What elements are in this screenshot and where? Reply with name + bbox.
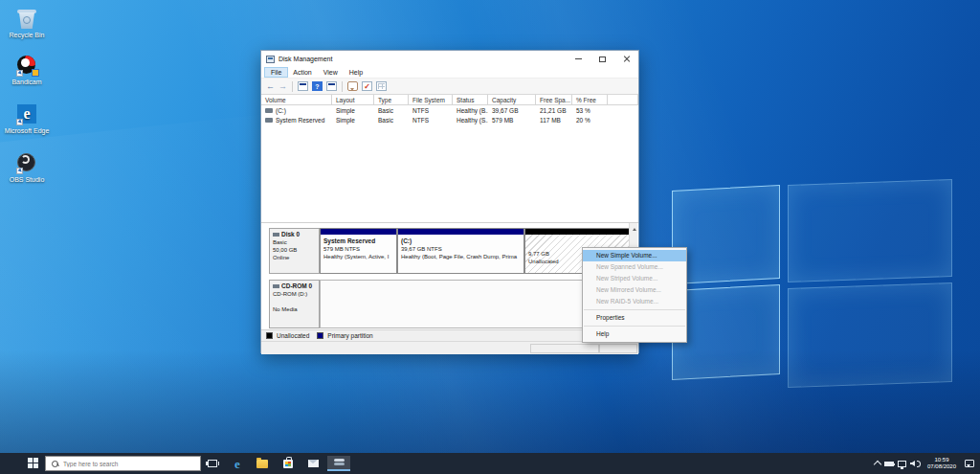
menu-item-properties[interactable]: Properties	[583, 312, 686, 324]
desktop-icon-microsoft-edge[interactable]: e Microsoft Edge	[2, 102, 52, 135]
menu-separator	[584, 326, 685, 327]
network-icon[interactable]	[898, 461, 906, 467]
start-button[interactable]	[28, 458, 39, 469]
volume-pct-free: 20 %	[572, 115, 608, 124]
task-view-button[interactable]	[205, 456, 220, 471]
scroll-up-icon[interactable]	[631, 223, 637, 232]
show-console-tree-icon[interactable]	[326, 81, 337, 91]
volume-capacity: 39,67 GB	[488, 105, 536, 115]
desktop-icon-bandicam[interactable]: Bandicam	[2, 54, 52, 86]
volume-status: Healthy (B...	[453, 105, 488, 115]
column-header-free-space[interactable]: Free Spa...	[536, 95, 572, 104]
system-tray: 10:59 07/08/2020	[875, 453, 980, 474]
tray-expand-icon[interactable]	[874, 461, 881, 468]
volume-row-system-reserved[interactable]: System Reserved Simple Basic NTFS Health…	[261, 115, 638, 124]
volume-icon	[265, 108, 273, 113]
recycle-bin-icon	[16, 7, 37, 30]
folder-icon	[256, 460, 268, 468]
bandicam-icon	[16, 54, 37, 77]
volume-free: 117 MB	[536, 115, 572, 124]
speaker-icon[interactable]	[910, 461, 915, 466]
action-center-icon[interactable]	[965, 460, 974, 467]
menu-item-new-mirrored-volume[interactable]: New Mirrored Volume...	[583, 284, 686, 296]
volume-status: Healthy (S...	[453, 115, 488, 124]
disk0-kind: Basic	[273, 239, 287, 245]
menu-bar: File Action View Help	[261, 67, 638, 79]
volume-name: (C:)	[276, 107, 286, 114]
partition-system-reserved[interactable]: System Reserved 579 MB NTFS Healthy (Sys…	[320, 228, 397, 274]
taskbar-mail-button[interactable]	[305, 456, 321, 471]
desktop-icon-label: Recycle Bin	[2, 32, 52, 39]
column-header-capacity[interactable]: Capacity	[488, 95, 536, 104]
battery-icon[interactable]	[884, 462, 894, 466]
disk0-status: Online	[273, 255, 289, 260]
shortcut-arrow-icon	[16, 119, 23, 125]
unallocated-bar	[525, 229, 629, 235]
volume-layout: Simple	[332, 115, 374, 124]
column-header-pct-free[interactable]: % Free	[572, 95, 608, 104]
help-icon[interactable]: ?	[312, 81, 323, 91]
title-bar[interactable]: Disk Management	[261, 51, 638, 67]
menu-view[interactable]: View	[318, 68, 344, 77]
partition-health: Healthy (Boot, Page File, Crash Dump, Pr…	[401, 254, 517, 260]
back-icon[interactable]: ←	[266, 82, 275, 91]
desktop-icon-label: Bandicam	[2, 79, 52, 86]
desktop-icon-label: OBS Studio	[2, 176, 52, 184]
volume-list-pane: Volume Layout Type File System Status Ca…	[261, 95, 638, 222]
primary-partition-bar	[398, 229, 523, 235]
legend-unallocated-swatch	[266, 332, 273, 339]
volume-row-c[interactable]: (C:) Simple Basic NTFS Healthy (B... 39,…	[261, 105, 638, 115]
disk-management-icon	[334, 459, 345, 466]
legend-primary-swatch	[317, 332, 323, 339]
menu-item-new-spanned-volume[interactable]: New Spanned Volume...	[583, 261, 686, 273]
forward-icon[interactable]: →	[278, 82, 287, 91]
taskbar-file-explorer-button[interactable]	[255, 456, 270, 471]
unallocated-size: 9,77 GB	[528, 251, 549, 257]
cdrom-label-box[interactable]: CD-ROM 0 CD-ROM (D:) No Media	[269, 280, 320, 328]
status-cell	[530, 344, 599, 353]
column-header-file-system[interactable]: File System	[409, 95, 453, 104]
partition-c[interactable]: (C:) 39,67 GB NTFS Healthy (Boot, Page F…	[397, 228, 524, 274]
close-button[interactable]	[614, 51, 638, 67]
column-header-type[interactable]: Type	[374, 95, 409, 104]
column-header-status[interactable]: Status	[453, 95, 488, 104]
menu-item-new-raid5-volume[interactable]: New RAID-5 Volume...	[583, 296, 686, 307]
menu-file[interactable]: File	[265, 68, 287, 77]
action-menu-icon[interactable]	[347, 81, 358, 91]
shortcut-arrow-icon	[16, 168, 23, 174]
menu-item-help[interactable]: Help	[583, 328, 686, 340]
column-header-layout[interactable]: Layout	[332, 95, 374, 104]
desktop-icon-recycle-bin[interactable]: Recycle Bin	[2, 7, 52, 39]
search-input[interactable]	[63, 461, 178, 467]
console-window-icon[interactable]	[298, 81, 308, 91]
menu-action[interactable]: Action	[287, 68, 317, 77]
menu-help[interactable]: Help	[344, 68, 368, 77]
unallocated-label: Unallocated	[528, 259, 559, 264]
status-cell	[599, 344, 637, 353]
taskbar-clock[interactable]: 10:59 07/08/2020	[927, 457, 956, 470]
minimize-button[interactable]	[567, 51, 590, 67]
properties-grid-icon[interactable]	[376, 81, 387, 91]
menu-item-new-striped-volume[interactable]: New Striped Volume...	[583, 273, 686, 284]
taskbar-store-button[interactable]	[280, 456, 296, 471]
check-document-icon[interactable]: ✓	[362, 81, 372, 91]
disk0-name: Disk 0	[281, 231, 300, 237]
maximize-button[interactable]	[590, 51, 614, 67]
taskbar-search[interactable]	[45, 456, 201, 471]
taskbar-edge-button[interactable]: e	[230, 456, 245, 471]
disk0-label-box[interactable]: Disk 0 Basic 50,00 GB Online	[269, 228, 320, 274]
volume-capacity: 579 MB	[488, 115, 536, 124]
clock-date: 07/08/2020	[927, 463, 956, 470]
partition-name: (C:)	[401, 237, 412, 244]
status-bar	[261, 341, 638, 354]
column-header-volume[interactable]: Volume	[261, 95, 332, 104]
taskbar: e 10:59 07/08/2020	[0, 453, 980, 474]
speaker-wave-icon	[917, 461, 921, 467]
menu-item-new-simple-volume[interactable]: New Simple Volume...	[583, 250, 686, 261]
cdrom-media: No Media	[273, 306, 298, 312]
partition-size: 579 MB NTFS	[323, 246, 360, 252]
desktop-icon-obs-studio[interactable]: OBS Studio	[2, 151, 52, 184]
taskbar-disk-management-button[interactable]	[327, 456, 350, 471]
obs-studio-icon	[16, 151, 37, 174]
volume-free: 21,21 GB	[536, 105, 572, 115]
